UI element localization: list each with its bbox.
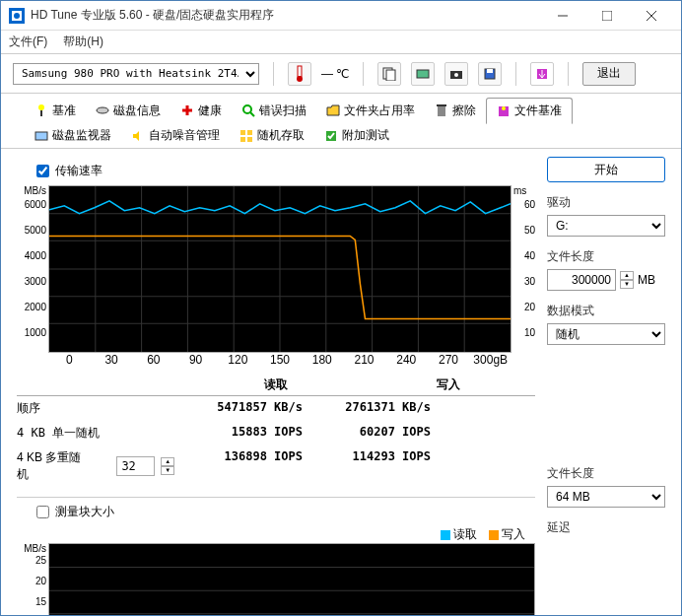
filelen-input[interactable] bbox=[547, 269, 616, 291]
svg-rect-28 bbox=[247, 130, 252, 135]
tab-aam[interactable]: 自动噪音管理 bbox=[121, 123, 230, 148]
copy-text-icon[interactable] bbox=[377, 62, 401, 86]
svg-rect-26 bbox=[35, 132, 47, 140]
tab-health[interactable]: 健康 bbox=[170, 98, 232, 123]
svg-rect-22 bbox=[438, 106, 445, 116]
svg-point-8 bbox=[297, 76, 303, 82]
app-icon bbox=[9, 8, 25, 24]
delay-label: 延迟 bbox=[547, 519, 665, 536]
svg-rect-15 bbox=[487, 69, 493, 73]
exit-button[interactable]: 退出 bbox=[582, 62, 636, 86]
tab-benchmark[interactable]: 基准 bbox=[25, 98, 86, 123]
menu-file[interactable]: 文件(F) bbox=[9, 34, 47, 50]
header-write: 写入 bbox=[363, 376, 535, 393]
queue-depth-spinner[interactable]: ▲▼ bbox=[161, 457, 174, 475]
window-title: HD Tune 专业版 5.60 - 硬盘/固态硬盘实用程序 bbox=[31, 7, 540, 24]
filelen2-label: 文件长度 bbox=[547, 465, 665, 482]
tab-bar: 基准 磁盘信息 健康 错误扫描 文件夹占用率 擦除 文件基准 磁盘监视器 自动噪… bbox=[1, 94, 681, 149]
chart2-yleft-label: MB/s bbox=[17, 543, 46, 555]
tab-extratests[interactable]: 附加测试 bbox=[314, 123, 399, 148]
header-read: 读取 bbox=[189, 376, 362, 393]
titlebar: HD Tune 专业版 5.60 - 硬盘/固态硬盘实用程序 bbox=[1, 1, 681, 31]
tab-filebenchmark[interactable]: 文件基准 bbox=[486, 98, 573, 124]
blocksize-chart bbox=[48, 543, 535, 616]
svg-rect-18 bbox=[40, 110, 42, 116]
options-icon[interactable] bbox=[530, 62, 554, 86]
close-button[interactable] bbox=[629, 2, 673, 30]
menubar: 文件(F) 帮助(H) bbox=[1, 31, 681, 54]
svg-point-17 bbox=[38, 104, 44, 110]
transfer-rate-chart bbox=[48, 185, 512, 353]
chart2-legend: 读取写入 bbox=[17, 526, 535, 543]
svg-rect-47 bbox=[49, 544, 534, 616]
svg-rect-23 bbox=[437, 104, 446, 106]
blocksize-checkbox[interactable]: 测量块大小 bbox=[36, 504, 535, 520]
toolbar: Samsung 980 PRO with Heatsink 2T4J — ℃ 退… bbox=[1, 54, 681, 94]
svg-rect-4 bbox=[602, 11, 612, 21]
svg-rect-27 bbox=[240, 130, 245, 135]
datapattern-label: 数据模式 bbox=[547, 303, 665, 319]
minimize-button[interactable] bbox=[540, 2, 584, 30]
thermometer-icon bbox=[288, 62, 311, 86]
tab-diskinfo[interactable]: 磁盘信息 bbox=[86, 98, 170, 123]
svg-point-13 bbox=[454, 73, 458, 77]
svg-point-2 bbox=[14, 13, 20, 19]
temperature-value: — ℃ bbox=[321, 67, 349, 81]
chart1-yright-label: ms bbox=[513, 185, 535, 199]
tab-folderusage[interactable]: 文件夹占用率 bbox=[316, 98, 425, 123]
results-table: 读取写入 顺序5471857 KB/s2761371 KB/s 4 KB 单一随… bbox=[17, 375, 535, 487]
queue-depth-input[interactable]: 32 bbox=[116, 456, 155, 476]
svg-point-19 bbox=[97, 107, 108, 113]
save-icon[interactable] bbox=[478, 62, 502, 86]
svg-rect-7 bbox=[298, 66, 302, 77]
filelen-label: 文件长度 bbox=[547, 248, 665, 265]
filelen-spinner[interactable]: ▲▼ bbox=[620, 271, 634, 289]
chart1-yleft-label: MB/s bbox=[17, 185, 46, 199]
tab-errorscan[interactable]: 错误扫描 bbox=[232, 98, 316, 123]
drive-label: 驱动 bbox=[547, 194, 665, 211]
tab-erase[interactable]: 擦除 bbox=[425, 98, 486, 123]
device-select[interactable]: Samsung 980 PRO with Heatsink 2T4J bbox=[13, 63, 259, 85]
start-button[interactable]: 开始 bbox=[547, 157, 665, 182]
svg-rect-30 bbox=[247, 137, 252, 142]
datapattern-select[interactable]: 随机 bbox=[547, 323, 665, 345]
tab-randomaccess[interactable]: 随机存取 bbox=[230, 123, 314, 148]
copy-screenshot-icon[interactable] bbox=[411, 62, 435, 86]
svg-line-21 bbox=[250, 112, 254, 116]
svg-rect-11 bbox=[417, 70, 429, 78]
svg-point-25 bbox=[502, 106, 506, 110]
drive-select[interactable]: G: bbox=[547, 215, 665, 237]
camera-icon[interactable] bbox=[444, 62, 468, 86]
transfer-rate-checkbox[interactable]: 传输速率 bbox=[36, 163, 535, 179]
menu-help[interactable]: 帮助(H) bbox=[63, 34, 103, 50]
maximize-button[interactable] bbox=[584, 2, 629, 30]
svg-rect-10 bbox=[386, 70, 395, 81]
svg-rect-29 bbox=[240, 137, 245, 142]
tab-diskmonitor[interactable]: 磁盘监视器 bbox=[25, 123, 121, 148]
filelen2-select[interactable]: 64 MB bbox=[547, 486, 665, 508]
svg-point-20 bbox=[243, 105, 251, 113]
